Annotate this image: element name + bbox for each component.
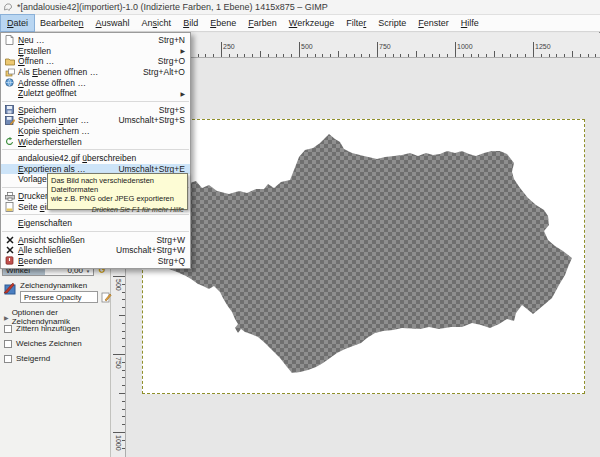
- layers-open-icon: [4, 67, 15, 77]
- expander-arrow-icon: ▶: [4, 314, 9, 321]
- ruler-label: 1250: [535, 43, 551, 50]
- ruler-tick: [221, 42, 222, 57]
- checkbox-label: Weiches Zeichnen: [16, 339, 82, 348]
- document-new-icon: [4, 35, 15, 45]
- image-layer-boundary[interactable]: [142, 119, 585, 394]
- menu-item-label: Eigenschaften: [18, 218, 72, 228]
- ruler-tick: [564, 54, 565, 58]
- ruler-tick: [122, 338, 126, 339]
- ruler-label: 750: [379, 43, 391, 50]
- menu-item-label: Als Ebenen öffnen …: [18, 67, 98, 77]
- canvas-area[interactable]: [126, 58, 600, 457]
- menubar-item[interactable]: Werkzeuge: [283, 15, 341, 31]
- ruler-label: 750: [115, 357, 122, 369]
- checkbox[interactable]: [4, 325, 12, 333]
- blank-icon: [4, 153, 15, 163]
- ruler-tick: [400, 54, 401, 58]
- dynamics-option-row: Zittern hinzufügen: [4, 321, 108, 336]
- menu-item[interactable]: Neu …Strg+N: [1, 35, 190, 46]
- ruler-tick: [572, 51, 573, 57]
- window-title: *[andalousie42](importiert)-1.0 (Indizie…: [17, 2, 328, 12]
- menu-item-label: Neu …: [18, 35, 44, 45]
- ruler-tick: [122, 307, 126, 308]
- save-as-icon: [4, 115, 15, 125]
- ruler-tick: [122, 385, 126, 386]
- ruler-tick: [229, 54, 230, 58]
- menubar-item[interactable]: Bearbeiten: [34, 15, 90, 31]
- menu-item[interactable]: Alle schließenUmschalt+Strg+W: [1, 245, 190, 256]
- menu-item[interactable]: Ansicht schließenStrg+W: [1, 235, 190, 246]
- ruler-tick: [455, 42, 456, 57]
- dynamics-edit-button[interactable]: [101, 292, 112, 303]
- checkbox[interactable]: [4, 340, 12, 348]
- menu-item-shortcut: Strg+S: [159, 105, 185, 115]
- ruler-tick: [244, 54, 245, 58]
- revert-icon: [4, 137, 15, 147]
- menubar-item[interactable]: Ebene: [204, 15, 242, 31]
- menu-item[interactable]: BeendenStrg+Q: [1, 256, 190, 267]
- dynamics-select[interactable]: Pressure Opacity: [20, 291, 98, 303]
- menubar-item[interactable]: Filter: [340, 15, 372, 31]
- blank-icon: [4, 126, 15, 136]
- menubar-item[interactable]: Fenster: [412, 15, 455, 31]
- menu-item-shortcut: Strg+Q: [158, 256, 185, 266]
- menu-item-shortcut: Strg+W: [156, 235, 185, 245]
- ruler-label: 500: [301, 43, 313, 50]
- ruler-tick: [432, 54, 433, 58]
- ruler-tick: [393, 54, 394, 58]
- dynamics-icon: [3, 282, 16, 295]
- menubar-item[interactable]: Ansicht: [136, 15, 178, 31]
- menu-item-label: Wiederherstellen: [18, 137, 82, 147]
- menu-item-shortcut: Umschalt+Strg+S: [118, 115, 185, 125]
- menubar-item[interactable]: Hilfe: [455, 15, 485, 31]
- menu-item[interactable]: Erstellen▶: [1, 46, 190, 57]
- menu-item-label: Alle schließen: [18, 245, 71, 255]
- ruler-tick: [198, 54, 199, 58]
- menubar-item[interactable]: Auswahl: [90, 15, 136, 31]
- ruler-tick: [361, 54, 362, 58]
- menu-item[interactable]: Kopie speichern …: [1, 126, 190, 137]
- ruler-tick: [122, 409, 126, 410]
- ruler-tick: [510, 54, 511, 58]
- menu-item-shortcut: Strg+O: [158, 56, 185, 66]
- ruler-tick: [122, 416, 126, 417]
- ruler-tick: [276, 54, 277, 58]
- ruler-label: 250: [223, 43, 235, 50]
- tooltip-hint: Drücken Sie F1 für mehr Hilfe: [51, 205, 184, 214]
- ruler-tick: [478, 54, 479, 58]
- menu-item-shortcut: Strg+Alt+O: [143, 67, 185, 77]
- menu-item[interactable]: Speichern unter …Umschalt+Strg+S: [1, 115, 190, 126]
- ruler-tick: [113, 354, 125, 355]
- menu-item[interactable]: Öffnen …Strg+O: [1, 56, 190, 67]
- menubar-item[interactable]: Scripte: [372, 15, 412, 31]
- menu-item[interactable]: andalousie42.gif überschreiben: [1, 153, 190, 164]
- ruler-tick: [122, 377, 126, 378]
- menu-item[interactable]: Wiederherstellen: [1, 136, 190, 147]
- ruler-tick: [252, 54, 253, 58]
- menubar-item[interactable]: Farben: [242, 15, 283, 31]
- menu-item-label: Zuletzt geöffnet: [18, 88, 76, 98]
- ruler-tick: [330, 54, 331, 58]
- menu-item[interactable]: SpeichernStrg+S: [1, 105, 190, 116]
- title-bar: *[andalousie42](importiert)-1.0 (Indizie…: [0, 0, 600, 15]
- blank-icon: [4, 218, 15, 228]
- menu-item[interactable]: Adresse öffnen …: [1, 77, 190, 88]
- ruler-tick: [113, 276, 125, 277]
- menu-item-label: Speichern: [18, 105, 56, 115]
- ruler-tick: [237, 54, 238, 58]
- blank-icon: [4, 88, 15, 98]
- checkbox[interactable]: [4, 355, 12, 363]
- globe-icon: [4, 78, 15, 88]
- tooltip-line2: wie z.B. PNG oder JPEG exportieren: [51, 194, 184, 203]
- file-menu-dropdown: Neu …Strg+NErstellen▶Öffnen …Strg+OAls E…: [0, 32, 191, 269]
- menu-item[interactable]: Zuletzt geöffnet▶: [1, 88, 190, 99]
- menu-separator: [2, 231, 189, 232]
- ruler-tick: [268, 54, 269, 58]
- menu-item[interactable]: Als Ebenen öffnen …Strg+Alt+O: [1, 67, 190, 78]
- ruler-tick: [322, 54, 323, 58]
- menu-item[interactable]: Eigenschaften: [1, 218, 190, 229]
- menubar-item[interactable]: Datei: [1, 15, 34, 31]
- menubar-item[interactable]: Bild: [177, 15, 204, 31]
- ruler-tick: [541, 54, 542, 58]
- gimp-window: *[andalousie42](importiert)-1.0 (Indizie…: [0, 0, 600, 457]
